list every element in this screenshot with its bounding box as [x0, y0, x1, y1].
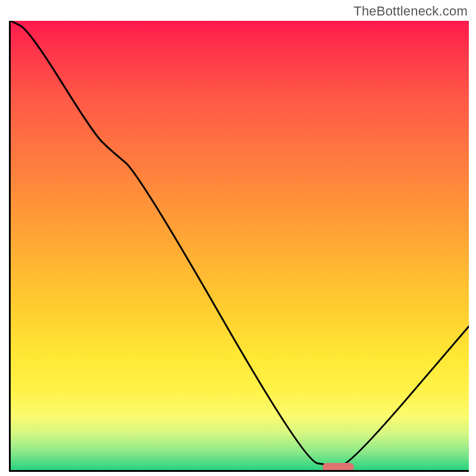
watermark-text: TheBottleneck.com — [353, 4, 468, 19]
plot-area — [9, 21, 469, 472]
optimal-marker — [322, 463, 355, 471]
curve-path — [11, 21, 469, 466]
bottleneck-curve — [11, 21, 469, 470]
